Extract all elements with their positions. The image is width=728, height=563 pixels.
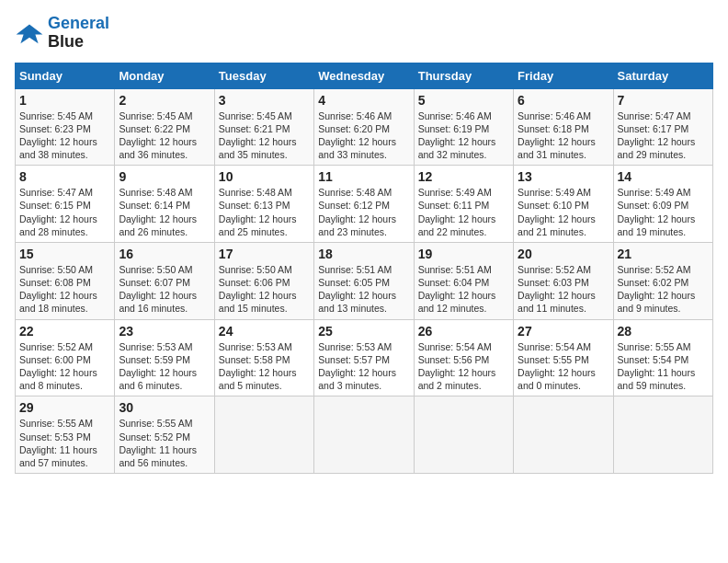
day-number: 20 (518, 247, 609, 261)
empty-cell (414, 396, 513, 474)
day-info: Sunrise: 5:46 AMSunset: 6:18 PMDaylight:… (518, 109, 609, 162)
logo-icon (15, 18, 44, 48)
day-info: Sunrise: 5:54 AMSunset: 5:55 PMDaylight:… (518, 340, 609, 393)
day-number: 26 (418, 324, 509, 339)
day-info: Sunrise: 5:53 AMSunset: 5:58 PMDaylight:… (219, 340, 310, 393)
day-cell: 23Sunrise: 5:53 AMSunset: 5:59 PMDayligh… (115, 319, 214, 396)
day-cell: 30Sunrise: 5:55 AMSunset: 5:52 PMDayligh… (115, 396, 214, 474)
day-info: Sunrise: 5:49 AMSunset: 6:10 PMDaylight:… (518, 186, 609, 238)
day-cell: 18Sunrise: 5:51 AMSunset: 6:05 PMDayligh… (314, 242, 414, 319)
day-info: Sunrise: 5:51 AMSunset: 6:04 PMDaylight:… (418, 263, 509, 316)
day-cell: 24Sunrise: 5:53 AMSunset: 5:58 PMDayligh… (214, 319, 313, 396)
day-info: Sunrise: 5:46 AMSunset: 6:19 PMDaylight:… (418, 109, 509, 162)
day-number: 11 (318, 169, 409, 184)
day-info: Sunrise: 5:49 AMSunset: 6:11 PMDaylight:… (418, 186, 509, 238)
weekday-header-row: SundayMondayTuesdayWednesdayThursdayFrid… (16, 63, 713, 88)
day-cell: 25Sunrise: 5:53 AMSunset: 5:57 PMDayligh… (314, 319, 414, 396)
empty-cell (314, 396, 414, 474)
day-number: 19 (418, 247, 509, 261)
day-cell: 29Sunrise: 5:55 AMSunset: 5:53 PMDayligh… (16, 396, 115, 474)
calendar-table: SundayMondayTuesdayWednesdayThursdayFrid… (15, 63, 713, 474)
day-info: Sunrise: 5:53 AMSunset: 5:59 PMDaylight:… (119, 340, 210, 393)
day-number: 12 (418, 169, 509, 184)
day-info: Sunrise: 5:45 AMSunset: 6:23 PMDaylight:… (19, 109, 110, 162)
calendar-week-3: 15Sunrise: 5:50 AMSunset: 6:08 PMDayligh… (16, 242, 713, 319)
day-info: Sunrise: 5:45 AMSunset: 6:21 PMDaylight:… (219, 109, 310, 162)
day-info: Sunrise: 5:51 AMSunset: 6:05 PMDaylight:… (318, 263, 409, 316)
day-number: 18 (318, 247, 409, 261)
day-cell: 6Sunrise: 5:46 AMSunset: 6:18 PMDaylight… (514, 88, 613, 166)
weekday-header-thursday: Thursday (414, 63, 513, 88)
day-info: Sunrise: 5:47 AMSunset: 6:17 PMDaylight:… (618, 109, 709, 162)
day-info: Sunrise: 5:55 AMSunset: 5:54 PMDaylight:… (618, 340, 709, 393)
day-cell: 21Sunrise: 5:52 AMSunset: 6:02 PMDayligh… (613, 242, 712, 319)
day-number: 24 (219, 324, 310, 339)
day-info: Sunrise: 5:50 AMSunset: 6:08 PMDaylight:… (19, 263, 110, 316)
day-cell: 16Sunrise: 5:50 AMSunset: 6:07 PMDayligh… (115, 242, 214, 319)
day-cell: 17Sunrise: 5:50 AMSunset: 6:06 PMDayligh… (214, 242, 313, 319)
weekday-header-saturday: Saturday (613, 63, 712, 88)
day-number: 29 (19, 400, 110, 415)
day-number: 2 (119, 93, 210, 108)
day-cell: 20Sunrise: 5:52 AMSunset: 6:03 PMDayligh… (514, 242, 613, 319)
day-cell: 28Sunrise: 5:55 AMSunset: 5:54 PMDayligh… (613, 319, 712, 396)
page-header: GeneralBlue (15, 15, 713, 52)
day-number: 1 (19, 93, 110, 108)
calendar-week-4: 22Sunrise: 5:52 AMSunset: 6:00 PMDayligh… (16, 319, 713, 396)
day-info: Sunrise: 5:52 AMSunset: 6:03 PMDaylight:… (518, 263, 609, 316)
day-cell: 12Sunrise: 5:49 AMSunset: 6:11 PMDayligh… (414, 166, 513, 243)
day-cell: 3Sunrise: 5:45 AMSunset: 6:21 PMDaylight… (214, 88, 313, 166)
day-number: 7 (618, 93, 709, 108)
day-number: 10 (219, 169, 310, 184)
empty-cell (514, 396, 613, 474)
day-number: 8 (19, 169, 110, 184)
day-info: Sunrise: 5:53 AMSunset: 5:57 PMDaylight:… (318, 340, 409, 393)
day-cell: 10Sunrise: 5:48 AMSunset: 6:13 PMDayligh… (214, 166, 313, 243)
day-info: Sunrise: 5:55 AMSunset: 5:53 PMDaylight:… (19, 417, 110, 469)
day-number: 5 (418, 93, 509, 108)
day-number: 14 (618, 169, 709, 184)
day-cell: 9Sunrise: 5:48 AMSunset: 6:14 PMDaylight… (115, 166, 214, 243)
svg-marker-0 (17, 24, 43, 43)
day-cell: 15Sunrise: 5:50 AMSunset: 6:08 PMDayligh… (16, 242, 115, 319)
day-number: 16 (119, 247, 210, 261)
day-info: Sunrise: 5:48 AMSunset: 6:13 PMDaylight:… (219, 186, 310, 238)
day-cell: 2Sunrise: 5:45 AMSunset: 6:22 PMDaylight… (115, 88, 214, 166)
day-cell: 22Sunrise: 5:52 AMSunset: 6:00 PMDayligh… (16, 319, 115, 396)
day-info: Sunrise: 5:48 AMSunset: 6:12 PMDaylight:… (318, 186, 409, 238)
day-cell: 26Sunrise: 5:54 AMSunset: 5:56 PMDayligh… (414, 319, 513, 396)
weekday-header-tuesday: Tuesday (214, 63, 313, 88)
day-number: 21 (618, 247, 709, 261)
calendar-week-1: 1Sunrise: 5:45 AMSunset: 6:23 PMDaylight… (16, 88, 713, 166)
day-cell: 7Sunrise: 5:47 AMSunset: 6:17 PMDaylight… (613, 88, 712, 166)
day-cell: 11Sunrise: 5:48 AMSunset: 6:12 PMDayligh… (314, 166, 414, 243)
weekday-header-sunday: Sunday (16, 63, 115, 88)
day-cell: 27Sunrise: 5:54 AMSunset: 5:55 PMDayligh… (514, 319, 613, 396)
day-number: 6 (518, 93, 609, 108)
day-number: 15 (19, 247, 110, 261)
day-info: Sunrise: 5:50 AMSunset: 6:06 PMDaylight:… (219, 263, 310, 316)
weekday-header-wednesday: Wednesday (314, 63, 414, 88)
day-info: Sunrise: 5:49 AMSunset: 6:09 PMDaylight:… (618, 186, 709, 238)
day-info: Sunrise: 5:45 AMSunset: 6:22 PMDaylight:… (119, 109, 210, 162)
day-info: Sunrise: 5:50 AMSunset: 6:07 PMDaylight:… (119, 263, 210, 316)
day-info: Sunrise: 5:54 AMSunset: 5:56 PMDaylight:… (418, 340, 509, 393)
logo: GeneralBlue (15, 15, 109, 52)
day-info: Sunrise: 5:48 AMSunset: 6:14 PMDaylight:… (119, 186, 210, 238)
day-info: Sunrise: 5:55 AMSunset: 5:52 PMDaylight:… (119, 417, 210, 469)
day-info: Sunrise: 5:46 AMSunset: 6:20 PMDaylight:… (318, 109, 409, 162)
day-cell: 13Sunrise: 5:49 AMSunset: 6:10 PMDayligh… (514, 166, 613, 243)
day-number: 28 (618, 324, 709, 339)
empty-cell (214, 396, 313, 474)
day-cell: 4Sunrise: 5:46 AMSunset: 6:20 PMDaylight… (314, 88, 414, 166)
day-number: 30 (119, 400, 210, 415)
day-number: 17 (219, 247, 310, 261)
day-cell: 5Sunrise: 5:46 AMSunset: 6:19 PMDaylight… (414, 88, 513, 166)
day-number: 27 (518, 324, 609, 339)
day-cell: 1Sunrise: 5:45 AMSunset: 6:23 PMDaylight… (16, 88, 115, 166)
weekday-header-monday: Monday (115, 63, 214, 88)
day-number: 23 (119, 324, 210, 339)
calendar-week-5: 29Sunrise: 5:55 AMSunset: 5:53 PMDayligh… (16, 396, 713, 474)
day-cell: 19Sunrise: 5:51 AMSunset: 6:04 PMDayligh… (414, 242, 513, 319)
day-number: 3 (219, 93, 310, 108)
